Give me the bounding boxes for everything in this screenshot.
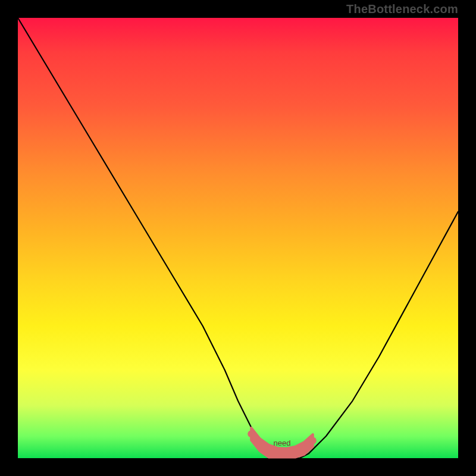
curve-main: [18, 18, 458, 458]
plot-area: need: [18, 18, 458, 458]
plot-svg: need: [18, 18, 458, 458]
watermark-text: TheBottleneck.com: [346, 2, 458, 16]
chart-frame: TheBottleneck.com need: [0, 0, 476, 476]
optimal-band-cap: [309, 437, 317, 444]
annotation-label: need: [274, 439, 291, 447]
optimal-band-cap: [248, 430, 255, 437]
